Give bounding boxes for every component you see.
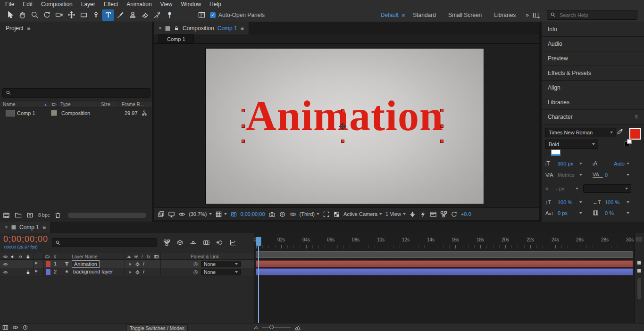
audio-column-icon[interactable]: [10, 254, 16, 259]
stroke-style-dropdown[interactable]: [583, 184, 631, 193]
effects-switch[interactable]: [135, 270, 140, 275]
close-icon[interactable]: ×: [159, 25, 162, 32]
selection-handle[interactable]: [341, 109, 344, 112]
layer-name[interactable]: background layer: [73, 269, 113, 274]
collapse-switch[interactable]: [127, 270, 133, 275]
tsume-control[interactable]: 0 %: [593, 210, 640, 216]
panel-tab-effects-presets[interactable]: Effects & Presets: [542, 66, 644, 81]
zoom-slider-handle[interactable]: [269, 325, 274, 329]
font-family-dropdown[interactable]: Times New Roman: [545, 128, 616, 137]
project-panel-menu-icon[interactable]: ≡: [27, 25, 30, 32]
column-size[interactable]: Size: [98, 101, 119, 108]
vertical-scale-value[interactable]: 100 %: [558, 199, 577, 205]
motion-blur-icon[interactable]: [216, 239, 223, 246]
label-column-icon[interactable]: [45, 254, 50, 259]
brush-tool[interactable]: [114, 9, 126, 21]
column-frame-rate[interactable]: Frame R...: [119, 101, 148, 108]
project-item-row[interactable]: Comp 1 Composition 29.97: [0, 109, 152, 117]
close-icon[interactable]: ×: [5, 224, 8, 231]
column-name[interactable]: Name ▲: [0, 101, 49, 108]
show-snapshot-icon[interactable]: [279, 211, 286, 218]
expand-in-out-icon[interactable]: [22, 324, 28, 331]
zoom-tool[interactable]: [28, 9, 41, 21]
font-size-value[interactable]: 300 px: [558, 161, 577, 166]
workspace-tab-default[interactable]: Default: [375, 12, 405, 18]
expand-arrow-icon[interactable]: ▶: [35, 261, 38, 265]
lock-column-icon[interactable]: [25, 254, 31, 259]
vertical-scale-control[interactable]: ↕T 100 %: [545, 199, 593, 205]
new-composition-icon[interactable]: [26, 212, 33, 219]
frame-blend-icon[interactable]: [203, 239, 210, 246]
show-channel-icon[interactable]: [289, 211, 296, 218]
layer-color-chip[interactable]: [46, 261, 50, 267]
panel-tab-audio[interactable]: Audio: [542, 37, 644, 51]
expand-transfer-controls-icon[interactable]: [12, 324, 18, 331]
viewer-tab-comp1[interactable]: Comp 1: [159, 34, 194, 43]
clone-stamp-tool[interactable]: [126, 9, 139, 21]
stroke-color-swatch[interactable]: [551, 149, 560, 156]
composition-canvas[interactable]: Animation: [206, 49, 484, 204]
layer-name[interactable]: Animation: [72, 260, 100, 268]
zoom-in-mountain-icon[interactable]: [294, 324, 301, 331]
menu-composition[interactable]: Composition: [37, 1, 77, 8]
pickwhip-icon[interactable]: ◎: [193, 269, 198, 275]
horizontal-scale-control[interactable]: ↔T 100 %: [593, 199, 640, 205]
fx-switch-icon[interactable]: fx: [147, 254, 151, 259]
eye-icon[interactable]: [3, 262, 8, 267]
leading-value[interactable]: Auto: [605, 161, 625, 166]
current-time-display[interactable]: 0;00;00;00: [3, 234, 48, 244]
layer-row-1[interactable]: ▶ 1 T Animation / ◎ None: [0, 260, 254, 268]
menu-help[interactable]: Help: [205, 1, 226, 8]
leading-control[interactable]: tA Auto: [593, 160, 640, 167]
comp-mini-flowchart-icon[interactable]: [163, 239, 170, 246]
project-search-input[interactable]: [14, 89, 110, 97]
view-eye-icon[interactable]: [178, 211, 185, 218]
workspace-tab-small-screen[interactable]: Small Screen: [442, 12, 488, 18]
graph-editor-icon[interactable]: [229, 239, 236, 246]
effects-switch[interactable]: [135, 262, 140, 267]
selection-handle[interactable]: [440, 124, 443, 128]
baseline-shift-value[interactable]: 0 px: [558, 210, 577, 216]
menu-effect[interactable]: Effect: [100, 1, 122, 8]
roto-brush-tool[interactable]: [151, 9, 163, 21]
collapse-switch-icon[interactable]: [134, 254, 139, 259]
resolution-dropdown[interactable]: (Third): [300, 211, 319, 217]
eye-icon[interactable]: [3, 270, 8, 275]
workspace-tab-libraries[interactable]: Libraries: [488, 12, 522, 18]
panel-tab-character[interactable]: Character ≡: [542, 110, 644, 124]
zoom-out-mountain-icon[interactable]: [254, 325, 259, 330]
viewer-timecode[interactable]: 0;00;00;00: [241, 211, 265, 217]
nav-handle[interactable]: [637, 269, 641, 273]
bit-depth-button[interactable]: 8 bpc: [38, 213, 50, 218]
quality-switch[interactable]: /: [143, 269, 144, 274]
tsume-value[interactable]: 0 %: [605, 210, 625, 216]
eyedropper-icon[interactable]: [617, 128, 623, 135]
parent-dropdown[interactable]: None: [201, 269, 241, 275]
primary-viewer-icon[interactable]: [168, 211, 175, 218]
menu-view[interactable]: View: [156, 1, 177, 8]
selection-handle[interactable]: [242, 140, 245, 143]
vertical-scrollbar[interactable]: [637, 278, 641, 299]
menu-layer[interactable]: Layer: [77, 1, 100, 8]
reset-exposure-icon[interactable]: [451, 211, 458, 218]
workspace-menu-icon[interactable]: ≡: [402, 12, 405, 18]
lock-icon[interactable]: [174, 25, 179, 31]
delete-icon[interactable]: [54, 212, 61, 219]
timeline-button-icon[interactable]: [430, 211, 437, 218]
column-label-color[interactable]: [49, 101, 58, 108]
work-area-bar[interactable]: [256, 251, 633, 258]
view-layout-dropdown[interactable]: 1 View: [385, 211, 406, 217]
transparency-grid-icon[interactable]: [333, 211, 340, 218]
playhead-handle[interactable]: [256, 237, 261, 246]
region-of-interest-icon[interactable]: [323, 211, 330, 218]
mask-visibility-icon[interactable]: [230, 211, 237, 218]
kerning-control[interactable]: V⁄A Metrics: [545, 172, 593, 178]
canvas-text-layer[interactable]: Animation: [206, 95, 484, 137]
draft-3d-icon[interactable]: [176, 239, 184, 246]
rotation-tool[interactable]: [41, 9, 53, 21]
nav-handle[interactable]: [637, 261, 641, 265]
puppet-pin-tool[interactable]: [163, 9, 176, 21]
rectangle-tool[interactable]: [77, 9, 90, 21]
layer-bar-background[interactable]: [256, 268, 633, 275]
exposure-value[interactable]: +0.0: [461, 211, 471, 217]
